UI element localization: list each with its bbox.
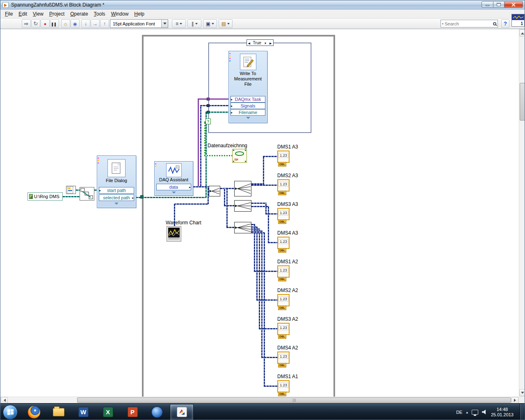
indicator-dms3-a3[interactable]: DMS3 A3 1.23DBL: [277, 201, 314, 220]
wire-dynamic-data[interactable]: [251, 206, 269, 207]
resize-objects-button[interactable]: [203, 19, 217, 28]
taskbar-clock[interactable]: 14:48 25.01.2013: [491, 407, 514, 418]
indicator-dms2-a3[interactable]: DMS2 A3 1.23DBL: [277, 173, 314, 192]
search-history-arrow-icon[interactable]: ▸: [442, 22, 444, 25]
indicator-dms1-a3[interactable]: DMS1 A3 1.23DBL: [277, 144, 314, 163]
record-boolean-terminal[interactable]: TF: [232, 149, 247, 163]
indicator-dms3-a2[interactable]: DMS3 A2 1.23DBL: [277, 316, 314, 335]
maximize-button[interactable]: [493, 1, 504, 8]
menu-file[interactable]: File: [2, 10, 16, 18]
indicator-dms2-a2[interactable]: DMS2 A2 1.23DBL: [277, 288, 314, 306]
terminal-start-path[interactable]: start path: [99, 187, 134, 194]
expand-chevron-icon[interactable]: [114, 203, 119, 205]
wire-dynamic-data[interactable]: [226, 188, 228, 227]
font-selector[interactable]: 15pt Application Font: [110, 19, 168, 28]
context-help-button[interactable]: ?: [501, 19, 509, 28]
case-tunnel-signals[interactable]: [207, 104, 210, 107]
menu-edit[interactable]: Edit: [16, 10, 30, 18]
numeric-terminal[interactable]: 1.23DBL: [277, 380, 290, 393]
horizontal-scrollbar[interactable]: [0, 397, 519, 403]
taskbar-browser-button[interactable]: [145, 404, 169, 420]
taskbar-firefox-button[interactable]: [22, 404, 46, 420]
hidden-icons-arrow[interactable]: ▴: [466, 410, 468, 414]
waveform-chart-terminal[interactable]: [167, 226, 181, 242]
numeric-terminal[interactable]: 1.23DBL: [277, 323, 290, 335]
expand-chevron-icon[interactable]: [246, 117, 250, 119]
split-signals-node[interactable]: [234, 181, 251, 196]
wire-path[interactable]: [205, 112, 207, 198]
wire-dynamic-data[interactable]: [268, 242, 277, 243]
numeric-terminal[interactable]: 1.23DBL: [277, 294, 290, 306]
case-selector[interactable]: True: [247, 39, 274, 46]
horizontal-scroll-thumb[interactable]: [77, 397, 511, 403]
case-next-arrow-icon[interactable]: [269, 41, 272, 45]
menu-window[interactable]: Window: [108, 10, 132, 18]
menu-view[interactable]: View: [30, 10, 46, 18]
terminal-selected-path[interactable]: selected path: [99, 194, 134, 201]
scroll-left-button[interactable]: [1, 397, 8, 404]
terminal-daqmx-task[interactable]: DAQmx Task: [231, 96, 265, 103]
block-diagram-canvas[interactable]: True: [0, 29, 519, 397]
case-tunnel-filename[interactable]: [207, 111, 210, 114]
terminal-data[interactable]: data: [156, 184, 191, 190]
close-button[interactable]: [504, 1, 523, 8]
abort-button[interactable]: [41, 19, 50, 28]
retain-wire-values-button[interactable]: [71, 19, 80, 28]
search-box[interactable]: ▸: [441, 20, 498, 27]
wire-path[interactable]: [63, 196, 80, 197]
numeric-terminal[interactable]: 1.23DBL: [277, 179, 290, 192]
split-signals-node[interactable]: [209, 186, 220, 196]
wire-dynamic-data[interactable]: [226, 227, 234, 228]
wire-dynamic-data[interactable]: [224, 205, 234, 206]
wire-dynamic-data[interactable]: [251, 185, 277, 186]
wire-dynamic-data[interactable]: [261, 231, 262, 358]
split-signals-node[interactable]: [234, 222, 251, 233]
file-dialog-vi[interactable]: File Dialog start path selected path: [97, 155, 136, 208]
taskbar-explorer-button[interactable]: [47, 404, 71, 420]
indicator-dms1-a2[interactable]: DMS1 A2 1.23DBL: [277, 259, 314, 278]
highlight-execution-button[interactable]: [61, 19, 70, 28]
case-dropdown-arrow-icon[interactable]: [264, 41, 267, 45]
wire-dynamic-data[interactable]: [251, 231, 262, 232]
vi-icon-pane[interactable]: 1: [511, 14, 525, 27]
menu-project[interactable]: Project: [46, 10, 67, 18]
write-to-measurement-file-vi[interactable]: Write To Measurement File DAQmx Task Sig…: [228, 51, 267, 123]
taskbar-excel-button[interactable]: X: [96, 404, 120, 420]
wire-dynamic-data[interactable]: [264, 386, 277, 387]
wire-dynamic-data[interactable]: [265, 213, 277, 215]
search-input[interactable]: [445, 21, 492, 26]
wire-dynamic-data[interactable]: [251, 203, 267, 204]
menu-tools[interactable]: Tools: [91, 10, 108, 18]
vertical-scrollbar[interactable]: [519, 29, 525, 397]
taskbar-powerpoint-button[interactable]: P: [121, 404, 144, 420]
network-icon[interactable]: [472, 410, 478, 415]
menu-help[interactable]: Help: [131, 10, 147, 18]
wire-path[interactable]: [76, 189, 80, 191]
split-signals-node[interactable]: [234, 200, 251, 212]
numeric-terminal[interactable]: 1.23DBL: [277, 265, 290, 278]
case-tunnel-task[interactable]: [207, 98, 210, 100]
wire-dynamic-data[interactable]: [200, 105, 228, 106]
numeric-terminal[interactable]: 1.23DBL: [277, 208, 290, 220]
wire-dynamic-data[interactable]: [263, 156, 277, 157]
case-selector-terminal[interactable]: [205, 119, 211, 124]
wire-dynamic-data[interactable]: [264, 232, 265, 387]
run-button[interactable]: [22, 19, 31, 28]
daq-assistant-vi[interactable]: DAQ Assistant data: [154, 161, 193, 196]
indicator-dms4-a2[interactable]: DMS4 A2 1.23DBL: [277, 345, 314, 364]
step-out-button[interactable]: [100, 19, 109, 28]
taskbar-labview-button[interactable]: [170, 404, 194, 420]
distribute-objects-button[interactable]: [187, 19, 201, 28]
wire-dynamic-data[interactable]: [193, 186, 209, 187]
volume-icon[interactable]: [482, 410, 487, 415]
taskbar-word-button[interactable]: W: [71, 404, 95, 420]
step-over-button[interactable]: [91, 19, 100, 28]
numeric-terminal[interactable]: 1.23DBL: [277, 352, 290, 364]
case-selector-label[interactable]: True: [253, 41, 261, 45]
wire-dynamic-data[interactable]: [251, 232, 265, 233]
wire-daqmx-task[interactable]: [198, 98, 199, 187]
wire-dynamic-data[interactable]: [200, 105, 201, 186]
terminal-signals[interactable]: Signals: [231, 103, 265, 109]
run-continuously-button[interactable]: [31, 19, 40, 28]
wire-boolean[interactable]: [204, 155, 232, 156]
